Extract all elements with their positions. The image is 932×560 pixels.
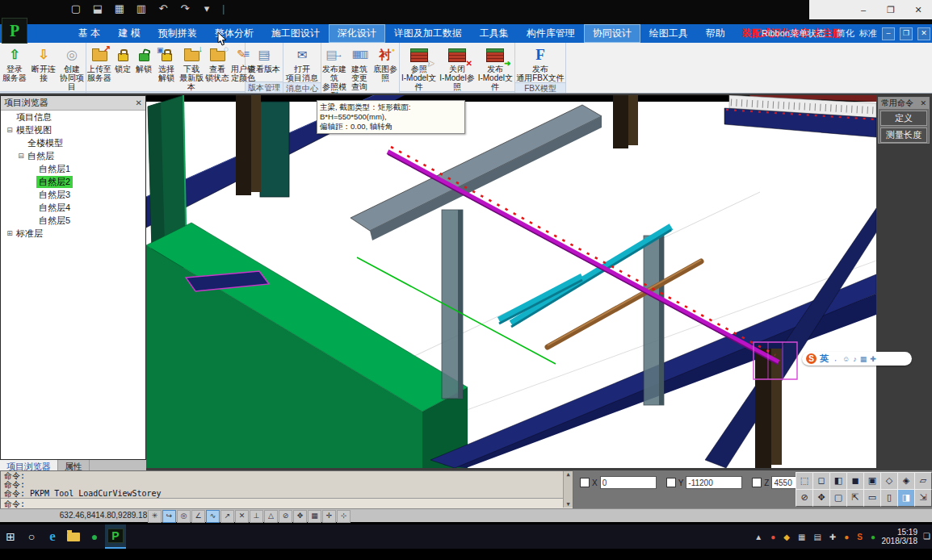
qat-customize-icon[interactable]: ▾ [200,2,213,15]
create-collab-project-button[interactable]: 创建 协同项目 [58,44,86,91]
download-latest-button[interactable]: ↓下载 最新版本 [178,44,204,91]
view-plan-button[interactable]: ▱ [914,472,932,490]
tree-item-standard-storeys[interactable]: ⊞标准层 [1,227,145,240]
snap-move-icon[interactable]: ✥ [293,510,307,523]
ortho-toggle-icon[interactable]: ⊹ [337,510,351,523]
expander-icon[interactable]: ⊟ [17,152,25,160]
tray-security-icon[interactable]: ● [770,533,775,541]
undo-icon[interactable]: ↶ [157,2,170,15]
zoom-extents-button[interactable]: ▢ [829,489,847,507]
close-imodel-button[interactable]: ✕关闭 I-Model参照 [438,44,476,91]
login-server-button[interactable]: 登录 服务器 [0,44,29,82]
panel-close-icon[interactable]: ✕ [136,98,142,107]
ime-voice-icon[interactable]: ♪ [853,355,857,363]
tab-construction-drawing[interactable]: 施工图设计 [262,24,329,43]
zoom-in-button[interactable]: ⇱ [846,489,864,507]
ime-toolbox-icon[interactable]: ✚ [870,355,876,363]
y-lock-checkbox[interactable] [666,478,676,487]
view-wireframe-button[interactable]: ⬚ [796,472,813,490]
shade-mode-button[interactable]: ◨ [897,489,915,507]
action-center-icon[interactable]: ❏ [923,532,930,541]
tab-basic[interactable]: 基 本 [69,24,109,43]
snap-off-icon[interactable]: ⊘ [279,510,292,523]
reference-imodel-button[interactable]: ➤参照 I-Model文件 [400,44,438,91]
define-button[interactable]: 定义 [880,111,927,126]
window-maximize-button[interactable]: ❐ [877,0,905,19]
ime-language-mode[interactable]: 英 [820,353,829,365]
tab-detail-and-processing-data[interactable]: 详图及加工数据 [385,24,471,43]
side-view-button[interactable]: ▯ [880,489,898,507]
taskbar-clock[interactable]: 15:19 2018/3/18 [882,528,918,545]
tab-overall-analysis[interactable]: 整体分析 [206,24,262,43]
tab-detailed-design[interactable]: 深化设计 [329,24,385,43]
view-iso-shaded-button[interactable]: ◈ [897,472,915,490]
ime-toolbar[interactable]: S 英 ， ☺ ♪ ▦ ✚ [802,352,912,366]
tab-drawing-tools[interactable]: 绘图工具 [640,24,697,43]
tree-item-natural-storeys[interactable]: ⊟自然层 [1,149,145,162]
view-solid-button[interactable]: ◼ [846,472,864,490]
open-file-icon[interactable]: ⬓ [91,2,104,15]
publish-arch-reference-button[interactable]: 发布建筑 参照模型 [321,44,347,100]
edge-browser-icon[interactable]: e [42,525,63,548]
view-lock-status-button[interactable]: ◌查看 锁状态 [204,44,230,82]
view-textured-button[interactable]: ▣ [863,472,881,490]
unlock-button[interactable]: 解锁 [133,44,154,73]
window-minimize-button[interactable]: – [850,0,877,19]
tree-item-storey-1[interactable]: 自然层1 [1,162,145,175]
tab-collaborative-design[interactable]: 协同设计 [584,24,640,43]
ime-keyboard-icon[interactable]: ▦ [860,355,867,363]
snap-intersection-icon[interactable]: ✕ [235,510,249,523]
tab-toolset[interactable]: 工具集 [471,24,518,43]
front-view-button[interactable]: ▭ [863,489,881,507]
x-coordinate-input[interactable] [600,476,657,489]
tray-expand-icon[interactable]: ▲ [754,533,762,541]
ribbon-restore-button[interactable]: ❐ [900,27,913,40]
view-iso-button[interactable]: ◇ [880,472,898,490]
arch-change-query-button[interactable]: 建筑 变更查询 [347,44,372,91]
snap-center-icon[interactable]: ◎ [177,510,191,523]
sogou-logo-icon[interactable]: S [806,353,817,364]
tab-help[interactable]: 帮助 [697,24,734,43]
tray-green-app-icon[interactable]: ● [871,533,875,541]
zoom-window-button[interactable]: ⊘ [796,489,813,507]
z-lock-checkbox[interactable] [752,478,762,487]
snap-endpoint-icon[interactable]: ↪ [162,510,176,523]
ime-punctuation-icon[interactable]: ， [832,353,839,364]
snap-nearest-icon[interactable]: ∿ [206,510,220,523]
snap-angle-icon[interactable]: ∠ [191,510,205,523]
new-file-icon[interactable]: ▢ [69,2,82,15]
underlay-reference-button[interactable]: 底图参照 [372,44,399,82]
viewport-3d[interactable]: 主梁, 截面类型：矩形截面: B*H=550*500(mm), 偏轴距：0.00… [146,95,876,468]
crosshair-toggle-icon[interactable]: ✛ [322,510,336,523]
view-hidden-line-button[interactable]: ◻ [812,472,830,490]
tree-item-storey-3[interactable]: 自然层3 [1,188,145,201]
tree-item-project-info[interactable]: 项目信息 [1,111,145,123]
ribbon-close-button[interactable]: ✕ [917,27,930,40]
view-shaded-button[interactable]: ◧ [829,472,847,490]
tray-health-icon[interactable]: ✚ [829,533,836,541]
snap-track-icon[interactable]: ✳ [148,510,162,523]
tray-warning-icon[interactable]: ◆ [783,533,790,541]
start-button[interactable]: ⊞ [0,525,21,548]
ribbon-minimize-button[interactable]: – [882,27,895,40]
disconnect-button[interactable]: 断开连接 [29,44,58,82]
rotate-view-button[interactable]: ⇲ [914,489,932,507]
tree-item-whole-building[interactable]: 全楼模型 [1,136,145,149]
save-file-icon[interactable]: ▦ [113,2,126,15]
upload-to-server-button[interactable]: ↗上传至 服务器 [86,44,112,82]
tree-item-model-views[interactable]: ⊟模型视图 [1,123,145,136]
select-unlock-button[interactable]: ▣选择解锁 [154,44,178,82]
tree-item-storey-2-selected[interactable]: 自然层2 [1,175,145,188]
save-all-icon[interactable]: ▥ [135,2,148,15]
expander-icon[interactable]: ⊟ [6,126,14,134]
expander-icon[interactable]: ⊞ [6,229,14,237]
3d-model-svg[interactable] [146,95,876,468]
ribbon-standard-button[interactable]: 标准 [859,27,877,40]
publish-imodel-button[interactable]: ➜发布 I-Model文件 [476,44,514,91]
snap-perpendicular-icon[interactable]: ⊥ [250,510,263,523]
tray-sogou-icon[interactable]: S [857,533,863,541]
tree-item-storey-4[interactable]: 自然层4 [1,201,145,214]
search-icon[interactable]: ○ [21,525,42,548]
tray-display-icon[interactable]: ▦ [798,533,805,541]
tray-update-icon[interactable]: ● [844,533,849,541]
